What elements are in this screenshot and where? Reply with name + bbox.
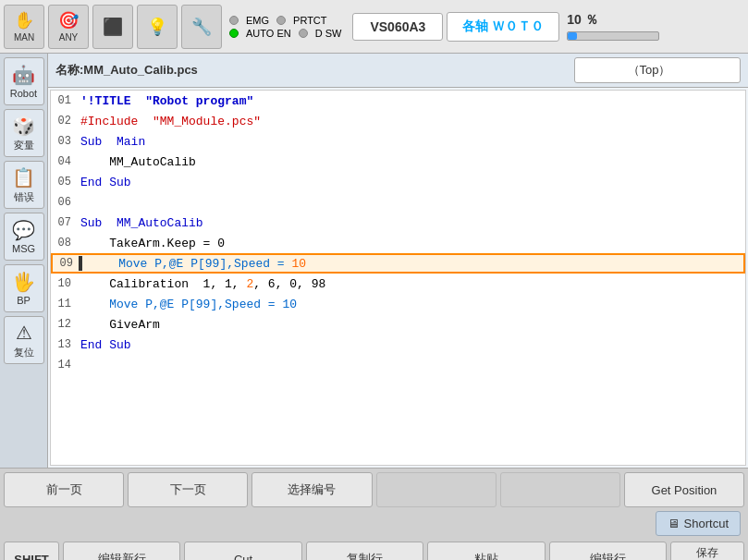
autoen-row: AUTO EN D SW: [229, 28, 341, 39]
sidebar-item-robot[interactable]: 🤖 Robot: [4, 57, 44, 105]
cursor: [79, 256, 82, 271]
reset-label: 复位: [14, 346, 34, 359]
robot-label: Robot: [10, 88, 37, 99]
code-line-03: 03 Sub Main: [51, 131, 745, 152]
prtct-label: PRTCT: [293, 15, 326, 26]
axis-button[interactable]: 各轴 Ｗ０Ｔ０: [447, 12, 559, 42]
speed-label: 10 ％: [567, 12, 597, 29]
reset-icon: ⚠: [16, 322, 32, 344]
paste-button[interactable]: 粘贴: [427, 542, 545, 560]
file-header: 名称:MM_Auto_Calib.pcs （Top）: [48, 54, 748, 88]
top-dropdown[interactable]: （Top）: [574, 57, 741, 83]
code-line-10: 10 Calibration 1, 1, 2, 6, 0, 98: [51, 274, 745, 294]
bp-label: BP: [17, 295, 31, 306]
sidebar-item-error[interactable]: 📋 错误: [4, 161, 44, 209]
content-pane: 名称:MM_Auto_Calib.pcs （Top） 01 '!TITLE "R…: [48, 54, 748, 468]
robot-icon: 🤖: [12, 64, 35, 86]
shortcut-button[interactable]: 🖥 Shortcut: [656, 511, 741, 536]
code-line-08: 08 TakeArm.Keep = 0: [51, 233, 745, 253]
code-line-07: 07 Sub MM_AutoCalib: [51, 213, 745, 233]
bottom-action-bar: 前一页 下一页 选择编号 Get Position 🖥 Shortcut SHI…: [0, 468, 748, 560]
speed-bar-bg: [567, 31, 659, 41]
any-label: ANY: [59, 32, 79, 43]
shortcut-label: Shortcut: [684, 517, 729, 530]
hand-icon: ✋: [14, 10, 34, 30]
error-label: 错误: [14, 190, 34, 204]
code-line-01: 01 '!TITLE "Robot program": [51, 91, 745, 111]
get-position-button[interactable]: Get Position: [624, 472, 744, 507]
edit-line-button[interactable]: 编辑行: [549, 542, 667, 560]
empty-btn-1: [376, 472, 497, 507]
code-line-14: 14: [51, 355, 745, 375]
sidebar-item-msg[interactable]: 💬 MSG: [4, 213, 44, 261]
code-line-12: 12 GiveArm: [51, 314, 745, 335]
light-button[interactable]: 💡: [137, 5, 178, 49]
tool-icon: 🔧: [191, 17, 212, 37]
msg-label: MSG: [12, 243, 35, 254]
sidebar-item-variable[interactable]: 🎲 変量: [4, 109, 44, 157]
emg-label: EMG: [246, 15, 269, 26]
emg-row: EMG PRTCT: [229, 15, 341, 26]
stop-icon: ⬛: [103, 17, 123, 37]
select-number-button[interactable]: 选择编号: [251, 472, 372, 507]
man-button[interactable]: ✋ MAN: [4, 5, 44, 49]
variable-icon: 🎲: [12, 115, 35, 137]
dsw-label: D SW: [315, 28, 342, 39]
model-button[interactable]: VS060A3: [352, 13, 443, 41]
file-name: 名称:MM_Auto_Calib.pcs: [55, 62, 198, 79]
sidebar-item-reset[interactable]: ⚠ 复位: [4, 316, 44, 364]
shortcut-row: 🖥 Shortcut: [4, 511, 744, 538]
action-row-2: SHIFT 编辑新行 Cut 复制行 粘贴 编辑行 保存 語法検查: [4, 542, 744, 560]
speed-panel: 10 ％: [567, 12, 659, 41]
code-line-11: 11 Move P,@E P[99],Speed = 10: [51, 294, 745, 314]
dropdown-value: （Top）: [628, 63, 671, 77]
bp-icon: 🖐: [12, 271, 35, 293]
status-panel: EMG PRTCT AUTO EN D SW: [229, 15, 341, 39]
code-line-06: 06: [51, 192, 745, 213]
code-line-02: 02 #Include "MM_Module.pcs": [51, 111, 745, 131]
shift-button[interactable]: SHIFT: [4, 542, 59, 560]
light-icon: 💡: [147, 17, 167, 37]
code-line-05: 05 End Sub: [51, 172, 745, 192]
emg-led: [229, 16, 239, 25]
save-button[interactable]: 保存 語法検查: [670, 542, 744, 560]
tool-button[interactable]: 🔧: [181, 5, 222, 49]
any-icon: 🎯: [58, 10, 79, 30]
autoen-led: [229, 29, 239, 38]
sidebar-item-bp[interactable]: 🖐 BP: [4, 264, 44, 312]
next-page-button[interactable]: 下一页: [128, 472, 248, 507]
dsw-led: [299, 29, 308, 38]
code-line-09[interactable]: 09 Move P,@E P[99],Speed = 10: [51, 253, 745, 274]
copy-button[interactable]: 复制行: [306, 542, 423, 560]
code-line-04: 04 MM_AutoCalib: [51, 152, 745, 172]
prev-page-button[interactable]: 前一页: [4, 472, 124, 507]
any-button[interactable]: 🎯 ANY: [48, 5, 89, 49]
error-icon: 📋: [12, 166, 35, 189]
speed-bar-fill: [568, 32, 577, 40]
cut-button[interactable]: Cut: [184, 542, 301, 560]
stop-button[interactable]: ⬛: [92, 5, 133, 49]
edit-new-line-button[interactable]: 编辑新行: [63, 542, 180, 560]
msg-icon: 💬: [12, 219, 35, 241]
empty-btn-2: [500, 472, 620, 507]
main-area: 🤖 Robot 🎲 変量 📋 错误 💬 MSG 🖐 BP ⚠ 复位 名称:MM_…: [0, 54, 748, 468]
autoen-label: AUTO EN: [246, 28, 291, 39]
shortcut-icon: 🖥: [668, 517, 680, 530]
top-bar: ✋ MAN 🎯 ANY ⬛ 💡 🔧 EMG PRTCT AUTO EN D SW…: [0, 0, 748, 54]
man-label: MAN: [14, 32, 34, 43]
code-line-13: 13 End Sub: [51, 335, 745, 355]
prtct-led: [276, 16, 286, 25]
code-editor[interactable]: 01 '!TITLE "Robot program" 02 #Include "…: [50, 90, 746, 466]
variable-label: 変量: [14, 139, 34, 152]
left-sidebar: 🤖 Robot 🎲 変量 📋 错误 💬 MSG 🖐 BP ⚠ 复位: [0, 54, 48, 468]
action-row-1: 前一页 下一页 选择编号 Get Position: [4, 472, 744, 507]
